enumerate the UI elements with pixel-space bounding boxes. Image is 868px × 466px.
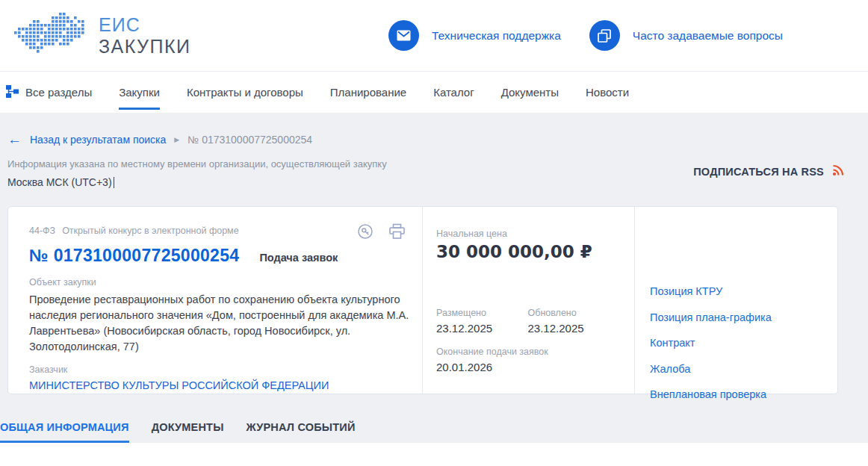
link-contract[interactable]: Контракт	[650, 336, 822, 352]
header: ЕИС ЗАКУПКИ Техническая поддержка Часто …	[0, 0, 868, 72]
deadline-label: Окончание подачи заявок	[436, 347, 619, 357]
notice-row: Информация указана по местному времени о…	[0, 146, 868, 188]
tech-support-button[interactable]: Техническая поддержка	[388, 20, 561, 51]
placed-label: Размещено	[436, 308, 528, 318]
rss-label: ПОДПИСАТЬСЯ НА RSS	[693, 166, 824, 178]
status-badge: Подача заявок	[259, 252, 338, 264]
logo-text: ЕИС ЗАКУПКИ	[99, 14, 191, 58]
nav-item-label: Контракты и договоры	[187, 86, 303, 99]
timezone-notice: Информация указана по местному времени о…	[7, 158, 387, 188]
nav-item-zakupki[interactable]: Закупки	[119, 72, 160, 113]
nav-item-label: Закупки	[119, 86, 160, 99]
nav-all-sections-label: Все разделы	[25, 86, 92, 99]
detail-tabs: ОБЩАЯ ИНФОРМАЦИЯ ДОКУМЕНТЫ ЖУРНАЛ СОБЫТИ…	[0, 421, 868, 443]
link-ktru[interactable]: Позиция КТРУ	[650, 285, 822, 301]
back-to-results-link[interactable]: Назад к результатам поиска	[30, 134, 166, 146]
signature-icon[interactable]	[356, 223, 374, 240]
print-icon[interactable]	[388, 223, 406, 240]
eis-logo[interactable]: ЕИС ЗАКУПКИ	[0, 13, 191, 59]
customer-link[interactable]: МИНИСТЕРСТВО КУЛЬТУРЫ РОССИЙСКОЙ ФЕДЕРАЦ…	[29, 379, 406, 391]
faq-label: Часто задаваемые вопросы	[633, 29, 783, 43]
nav-all-sections[interactable]: Все разделы	[6, 72, 92, 113]
nav-item-label: Каталог	[433, 86, 474, 99]
tab-content-area	[0, 443, 868, 466]
customer-label: Заказчик	[29, 364, 406, 375]
header-links: Техническая поддержка Часто задаваемые в…	[388, 20, 783, 51]
sections-tree-icon	[6, 85, 19, 100]
link-plan-schedule[interactable]: Позиция плана-графика	[650, 311, 822, 327]
nav-item-label: Планирование	[330, 86, 406, 99]
logo-line1: ЕИС	[99, 14, 191, 36]
link-complaint[interactable]: Жалоба	[650, 362, 822, 379]
card-links-column: Позиция КТРУ Позиция плана-графика Контр…	[634, 207, 837, 394]
breadcrumb-current: № 0173100007725000254	[187, 134, 312, 146]
price-value: 30 000 000,00 ₽	[436, 242, 619, 261]
nav-item-label: Новости	[586, 86, 629, 99]
purchase-number: № 0173100007725000254	[29, 246, 239, 266]
nav-item-kontrakty[interactable]: Контракты и договоры	[187, 72, 303, 113]
price-label: Начальная цена	[436, 229, 619, 239]
nav-item-label: Документы	[501, 86, 559, 99]
updated-value: 23.12.2025	[528, 322, 620, 335]
nav-item-planirovanie[interactable]: Планирование	[330, 72, 406, 113]
deadline-block: Окончание подачи заявок 20.01.2026	[436, 347, 619, 373]
chevron-right-icon: ▶	[174, 136, 179, 143]
placed-value: 23.12.2025	[436, 322, 528, 335]
deadline-value: 20.01.2026	[436, 361, 619, 373]
purchase-method: Открытый конкурс в электронной форме	[62, 226, 239, 236]
tab-event-log[interactable]: ЖУРНАЛ СОБЫТИЙ	[247, 421, 356, 443]
tab-documents[interactable]: ДОКУМЕНТЫ	[152, 421, 224, 443]
nav-item-katalog[interactable]: Каталог	[433, 72, 474, 113]
updated-date-block: Обновлено 23.12.2025	[528, 308, 620, 335]
timezone-value: Москва МСК (UTC+3)	[7, 176, 387, 188]
main-nav: Все разделы Закупки Контракты и договоры…	[0, 72, 868, 113]
breadcrumb: ← Назад к результатам поиска ▶ № 0173100…	[0, 113, 868, 146]
purchase-object-text: Проведение реставрационных работ по сохр…	[29, 292, 412, 355]
link-unscheduled-inspection[interactable]: Внеплановая проверка	[650, 388, 822, 404]
faq-button[interactable]: Часто задаваемые вопросы	[589, 20, 783, 51]
updated-label: Обновлено	[528, 308, 620, 318]
logo-line2: ЗАКУПКИ	[99, 36, 191, 58]
card-main-column: 44-ФЗ Открытый конкурс в электронной фор…	[8, 207, 422, 394]
back-arrow-icon[interactable]: ←	[7, 132, 22, 146]
placed-date-block: Размещено 23.12.2025	[436, 308, 528, 335]
purchase-card: 44-ФЗ Открытый конкурс в электронной фор…	[7, 206, 838, 394]
faq-icon	[589, 20, 620, 51]
russia-map-icon	[10, 13, 87, 59]
timezone-notice-text: Информация указана по местному времени о…	[7, 158, 387, 170]
card-price-column: Начальная цена 30 000 000,00 ₽ Размещено…	[422, 207, 634, 394]
envelope-icon	[388, 20, 419, 51]
rss-icon	[832, 164, 844, 179]
page-body: ← Назад к результатам поиска ▶ № 0173100…	[0, 113, 868, 443]
nav-item-novosti[interactable]: Новости	[586, 72, 629, 113]
tech-support-label: Техническая поддержка	[432, 29, 561, 43]
nav-item-dokumenty[interactable]: Документы	[501, 72, 559, 113]
law-badge: 44-ФЗ	[29, 226, 55, 236]
rss-subscribe-link[interactable]: ПОДПИСАТЬСЯ НА RSS	[693, 164, 844, 179]
object-label: Объект закупки	[29, 277, 406, 288]
tab-general-info[interactable]: ОБЩАЯ ИНФОРМАЦИЯ	[0, 421, 129, 443]
text-caret	[114, 177, 114, 188]
